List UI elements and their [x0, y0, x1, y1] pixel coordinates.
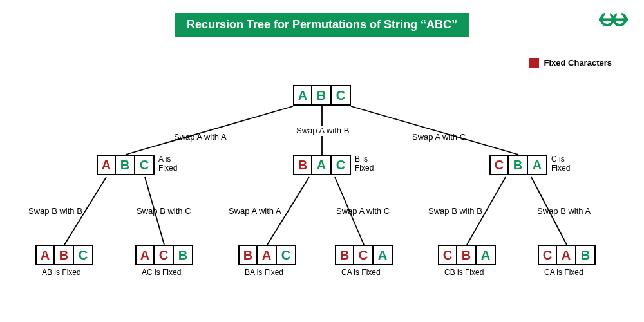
- side-label-l1-0: A isFixed: [158, 155, 177, 173]
- edge-label-l2-3: Swap A with C: [336, 206, 390, 216]
- below-label-l2-5: CA is Fixed: [544, 268, 583, 277]
- cell: C: [332, 85, 351, 106]
- cell: A: [293, 85, 312, 106]
- cell: C: [135, 155, 155, 175]
- node-l1-0: ABC: [97, 155, 155, 175]
- node-l2-4: CBA: [438, 245, 496, 265]
- edge-label-l1-2: Swap A with C: [412, 132, 466, 142]
- cell: B: [116, 155, 135, 175]
- cell: B: [174, 245, 193, 265]
- cell: B: [509, 155, 528, 175]
- cell: B: [312, 85, 332, 106]
- legend-label: Fixed Characters: [544, 58, 612, 68]
- svg-rect-8: [605, 10, 611, 17]
- svg-rect-9: [617, 10, 622, 17]
- cell: A: [35, 245, 55, 265]
- edge-label-l2-0: Swap B with B: [28, 206, 82, 216]
- edge-label-l2-4: Swap B with B: [428, 206, 482, 216]
- cell: B: [576, 245, 596, 265]
- geeksforgeeks-icon: [599, 10, 628, 29]
- cell: A: [135, 245, 155, 265]
- node-l2-3: BCA: [335, 245, 393, 265]
- cell: C: [438, 245, 457, 265]
- cell: C: [332, 155, 351, 175]
- cell: A: [374, 245, 393, 265]
- site-logo: [599, 10, 628, 32]
- cell: C: [538, 245, 557, 265]
- node-l1-1: BAC: [293, 155, 351, 175]
- edge-label-l2-5: Swap B with A: [537, 206, 591, 216]
- svg-rect-7: [599, 19, 628, 21]
- node-l1-2: CBA: [489, 155, 547, 175]
- cell: C: [74, 245, 93, 265]
- cell: A: [557, 245, 576, 265]
- side-label-l1-1: B isFixed: [355, 155, 374, 173]
- below-label-l2-0: AB is Fixed: [42, 268, 81, 277]
- cell: B: [238, 245, 258, 265]
- cell: C: [489, 155, 509, 175]
- legend: Fixed Characters: [529, 58, 612, 68]
- node-l2-1: ACB: [135, 245, 193, 265]
- page-title: Recursion Tree for Permutations of Strin…: [175, 13, 469, 37]
- node-l2-5: CAB: [538, 245, 596, 265]
- cell: A: [97, 155, 116, 175]
- legend-swatch: [529, 58, 539, 68]
- cell: C: [277, 245, 296, 265]
- svg-line-10: [126, 106, 293, 155]
- cell: B: [293, 155, 312, 175]
- edge-label-l1-0: Swap A with A: [174, 132, 227, 142]
- cell: C: [354, 245, 374, 265]
- edge-label-l2-1: Swap B with C: [137, 206, 191, 216]
- below-label-l2-3: CA is Fixed: [341, 268, 381, 277]
- node-root: ABC: [293, 85, 351, 106]
- edge-label-l1-1: Swap A with B: [296, 126, 349, 136]
- cell: C: [155, 245, 174, 265]
- cell: B: [55, 245, 74, 265]
- svg-line-12: [351, 106, 518, 155]
- cell: A: [528, 155, 547, 175]
- side-label-l1-2: C isFixed: [551, 155, 570, 173]
- cell: B: [457, 245, 477, 265]
- below-label-l2-4: CB is Fixed: [444, 268, 484, 277]
- below-label-l2-2: BA is Fixed: [245, 268, 283, 277]
- node-l2-0: ABC: [35, 245, 93, 265]
- cell: A: [258, 245, 277, 265]
- edge-label-l2-2: Swap A with A: [229, 206, 281, 216]
- below-label-l2-1: AC is Fixed: [142, 268, 181, 277]
- cell: A: [312, 155, 332, 175]
- cell: A: [477, 245, 496, 265]
- cell: B: [335, 245, 354, 265]
- node-l2-2: BAC: [238, 245, 296, 265]
